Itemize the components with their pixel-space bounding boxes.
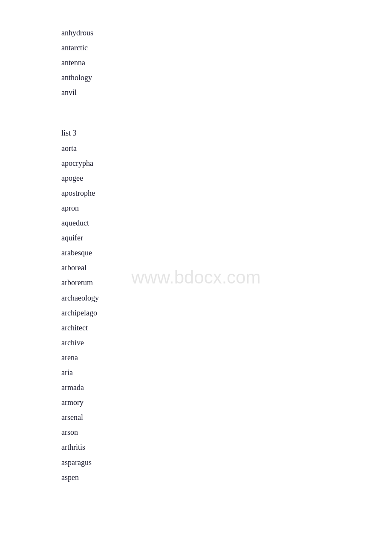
list-item: archipelago	[61, 306, 392, 321]
list-item: arboreal	[61, 260, 392, 275]
list-3-label: list 3	[61, 126, 392, 141]
list-item: aqueduct	[61, 216, 392, 231]
list-item: apostrophe	[61, 186, 392, 201]
list-item: archaeology	[61, 291, 392, 306]
list-item: armada	[61, 380, 392, 395]
list-item: asparagus	[61, 455, 392, 470]
list-item: antenna	[61, 55, 392, 70]
list-item: arsenal	[61, 410, 392, 425]
list-item: arson	[61, 425, 392, 440]
list-item: arboretum	[61, 275, 392, 290]
list-item: apron	[61, 201, 392, 216]
list-item: aria	[61, 365, 392, 380]
list-item: arena	[61, 350, 392, 365]
list-1: anhydrous antarctic antenna anthology an…	[61, 26, 392, 100]
list-item: aquifer	[61, 231, 392, 246]
list-item: anthology	[61, 70, 392, 85]
list-item: anhydrous	[61, 26, 392, 40]
list-item: arabesque	[61, 246, 392, 260]
section-gap	[61, 100, 392, 126]
list-item: aspen	[61, 470, 392, 485]
list-item: archive	[61, 335, 392, 350]
list-item: arthritis	[61, 440, 392, 455]
list-item: armory	[61, 395, 392, 410]
list-item: architect	[61, 321, 392, 335]
list-item: apocrypha	[61, 156, 392, 171]
list-item: aorta	[61, 141, 392, 156]
list-item: apogee	[61, 171, 392, 186]
list-item: antarctic	[61, 40, 392, 55]
list-3: aorta apocrypha apogee apostrophe apron …	[61, 141, 392, 485]
list-item: anvil	[61, 85, 392, 100]
